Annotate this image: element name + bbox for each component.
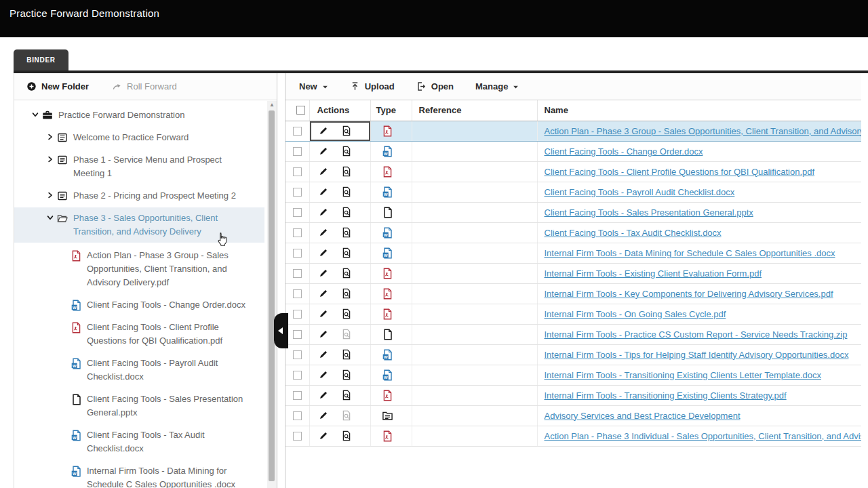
preview-document-icon[interactable] [341, 369, 352, 380]
scrollbar-up-arrow[interactable]: ▲ [267, 101, 277, 109]
chevron-right-icon[interactable] [47, 134, 57, 140]
svg-text:W: W [383, 253, 387, 257]
row-checkbox[interactable] [293, 432, 302, 441]
row-checkbox[interactable] [293, 167, 302, 176]
row-checkbox[interactable] [293, 127, 302, 136]
chevron-down-icon[interactable] [47, 214, 57, 221]
tree-file-item[interactable]: WClient Facing Tools - Payroll Audit Che… [14, 357, 277, 384]
column-header-name[interactable]: Name [537, 100, 861, 121]
document-link[interactable]: Client Facing Tools - Change Order.docx [545, 146, 703, 157]
edit-pencil-icon[interactable] [319, 308, 330, 319]
svg-text:W: W [383, 192, 387, 196]
document-link[interactable]: Internal Firm Tools - Data Mining for Sc… [545, 248, 835, 258]
row-checkbox[interactable] [293, 350, 302, 359]
edit-pencil-icon[interactable] [319, 125, 330, 136]
tree-file-item[interactable]: Client Facing Tools - Sales Presentation… [14, 392, 277, 420]
tree-file-item[interactable]: WClient Facing Tools - Tax Audit Checkli… [14, 428, 277, 455]
row-checkbox[interactable] [293, 228, 302, 237]
edit-pencil-icon[interactable] [319, 369, 330, 380]
row-checkbox[interactable] [293, 249, 302, 258]
select-all-checkbox[interactable] [296, 106, 305, 115]
preview-document-icon[interactable] [341, 430, 352, 441]
edit-pencil-icon[interactable] [319, 288, 330, 299]
document-link[interactable]: Advisory Services and Best Practice Deve… [545, 411, 741, 421]
edit-pencil-icon[interactable] [319, 166, 330, 177]
document-link[interactable]: Client Facing Tools - Client Profile Que… [545, 167, 815, 177]
preview-document-icon[interactable] [341, 146, 352, 157]
column-header-actions[interactable]: Actions [309, 100, 370, 121]
edit-pencil-icon[interactable] [319, 390, 330, 401]
tree-file-item[interactable]: Action Plan - Phase 3 Group - Sales Oppo… [14, 249, 277, 289]
preview-document-icon[interactable] [341, 349, 352, 360]
preview-document-icon[interactable] [341, 125, 352, 136]
scrollbar-thumb[interactable] [269, 110, 275, 481]
manage-button[interactable]: Manage [475, 81, 519, 92]
edit-pencil-icon[interactable] [319, 146, 330, 157]
new-folder-button[interactable]: New Folder [26, 81, 89, 92]
column-header-reference[interactable]: Reference [412, 100, 537, 121]
word-icon: W [382, 146, 393, 157]
preview-document-icon[interactable] [341, 166, 352, 177]
tab-binder[interactable]: BINDER [14, 49, 68, 70]
document-link[interactable]: Client Facing Tools - Payroll Audit Chec… [545, 187, 735, 197]
preview-document-icon[interactable] [341, 247, 352, 258]
preview-document-icon[interactable] [341, 308, 352, 319]
row-checkbox[interactable] [293, 208, 302, 217]
preview-document-icon[interactable] [341, 390, 352, 401]
document-link[interactable]: Internal Firm Tools - Key Components for… [545, 289, 833, 299]
new-button[interactable]: New [299, 81, 328, 92]
edit-pencil-icon[interactable] [319, 186, 330, 197]
tree-file-item[interactable]: WInternal Firm Tools - Data Mining for S… [14, 464, 277, 488]
row-checkbox[interactable] [293, 391, 302, 400]
preview-document-icon[interactable] [341, 227, 352, 238]
document-link[interactable]: Internal Firm Tools - Transitioning Exis… [545, 390, 787, 401]
edit-pencil-icon[interactable] [319, 430, 330, 441]
row-checkbox[interactable] [293, 310, 302, 319]
tree-scrollbar[interactable]: ▲ [267, 101, 277, 488]
edit-pencil-icon[interactable] [319, 227, 330, 238]
document-link[interactable]: Internal Firm Tools - Existing Client Ev… [545, 268, 762, 279]
row-checkbox[interactable] [293, 289, 302, 298]
document-link[interactable]: Client Facing Tools - Sales Presentation… [545, 207, 753, 218]
edit-pencil-icon[interactable] [319, 410, 330, 421]
tree-folder-item[interactable]: Phase 3 - Sales Opportunities, Client Tr… [14, 207, 264, 243]
tree-folder-item[interactable]: Welcome to Practice Forward [14, 131, 277, 144]
preview-document-icon[interactable] [341, 186, 352, 197]
chevron-right-icon[interactable] [47, 156, 57, 163]
tree-file-item[interactable]: WClient Facing Tools - Change Order.docx [14, 298, 277, 312]
column-header-type[interactable]: Type [370, 100, 412, 121]
tree-root-item[interactable]: Practice Forward Demonstration [14, 108, 277, 122]
tree-file-item[interactable]: Client Facing Tools - Client Profile Que… [14, 321, 277, 348]
document-link[interactable]: Internal Firm Tools - On Going Sales Cyc… [545, 309, 726, 319]
upload-button[interactable]: Upload [350, 81, 395, 92]
row-checkbox[interactable] [293, 411, 302, 420]
edit-pencil-icon[interactable] [319, 329, 330, 340]
row-checkbox[interactable] [293, 371, 302, 380]
tree-folder-item[interactable]: Phase 2 - Pricing and Prospect Meeting 2 [14, 189, 277, 203]
roll-forward-button[interactable]: Roll Forward [112, 81, 177, 92]
edit-pencil-icon[interactable] [319, 247, 330, 258]
edit-pencil-icon[interactable] [319, 268, 330, 279]
document-link[interactable]: Internal Firm Tools - Transitioning Exis… [545, 370, 821, 380]
document-link[interactable]: Internal Firm Tools - Practice CS Custom… [545, 329, 848, 340]
preview-document-icon[interactable] [341, 268, 352, 279]
plus-circle-icon [26, 81, 37, 92]
document-link[interactable]: Action Plan - Phase 3 Individual - Sales… [545, 431, 862, 441]
preview-document-icon[interactable] [341, 288, 352, 299]
open-button[interactable]: Open [416, 81, 454, 92]
document-link[interactable]: Client Facing Tools - Tax Audit Checklis… [545, 228, 722, 238]
chevron-down-icon[interactable] [32, 111, 42, 118]
preview-document-icon[interactable] [341, 207, 352, 218]
document-link[interactable]: Internal Firm Tools - Tips for Helping S… [545, 350, 849, 360]
row-checkbox[interactable] [293, 269, 302, 278]
row-checkbox[interactable] [293, 147, 302, 156]
chevron-right-icon[interactable] [47, 192, 57, 199]
documents-panel: New Upload Open Manage ActionsTypeRefere… [285, 73, 861, 488]
edit-pencil-icon[interactable] [319, 207, 330, 218]
row-checkbox[interactable] [293, 330, 302, 339]
edit-pencil-icon[interactable] [319, 349, 330, 360]
row-checkbox[interactable] [293, 188, 302, 197]
tree-folder-item[interactable]: Phase 1 - Service Menu and Prospect Meet… [14, 153, 277, 180]
document-link[interactable]: Action Plan - Phase 3 Group - Sales Oppo… [545, 126, 862, 136]
collapse-panel-handle[interactable] [274, 313, 288, 348]
